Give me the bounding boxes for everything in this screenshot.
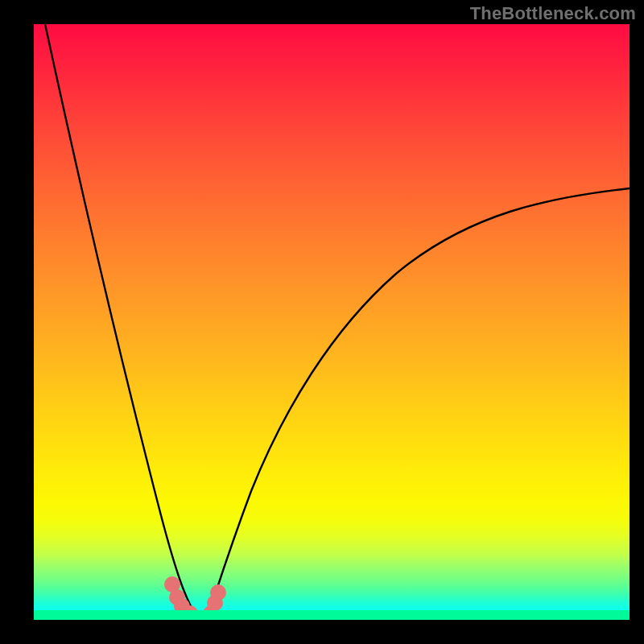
optimal-zone-strip (34, 610, 630, 620)
chart-frame: TheBottleneck.com (0, 0, 644, 644)
plot-area (34, 24, 630, 620)
curve-left (45, 24, 197, 617)
bottleneck-curve (34, 24, 630, 620)
curve-right (208, 188, 630, 617)
marker-dot (210, 584, 226, 601)
watermark-text: TheBottleneck.com (470, 3, 636, 24)
